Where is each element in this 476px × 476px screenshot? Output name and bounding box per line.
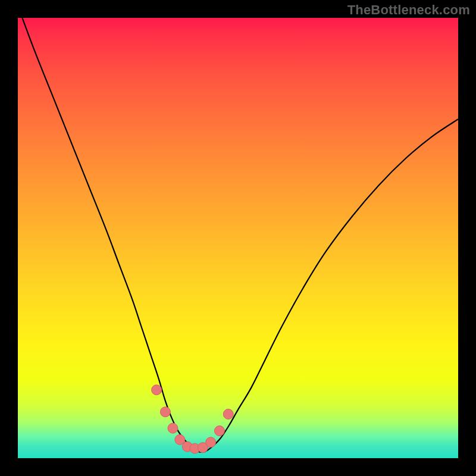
valley-marker (152, 385, 162, 395)
valley-marker (168, 423, 178, 433)
watermark-label: TheBottleneck.com (347, 2, 470, 18)
curve-path (22, 18, 458, 452)
bottleneck-curve (18, 18, 458, 458)
valley-marker (214, 426, 224, 436)
valley-marker (160, 407, 170, 417)
chart-frame: TheBottleneck.com (0, 0, 476, 476)
valley-marker (206, 437, 216, 447)
plot-area (18, 18, 458, 458)
valley-marker (223, 409, 233, 419)
